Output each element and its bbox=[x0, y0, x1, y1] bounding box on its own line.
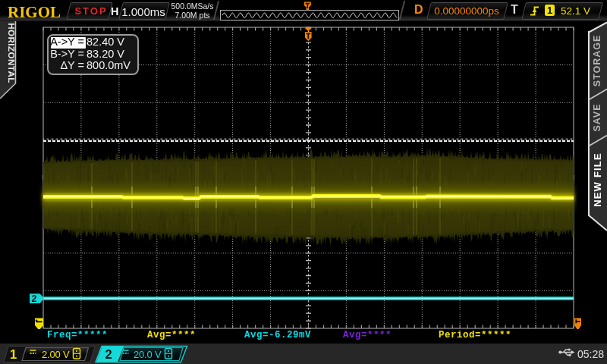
svg-text:20.0 V: 20.0 V bbox=[134, 349, 162, 360]
svg-text:2.00 V: 2.00 V bbox=[42, 349, 70, 360]
svg-text:2: 2 bbox=[105, 347, 112, 361]
svg-text:1: 1 bbox=[10, 347, 17, 361]
svg-text:2: 2 bbox=[32, 293, 37, 304]
